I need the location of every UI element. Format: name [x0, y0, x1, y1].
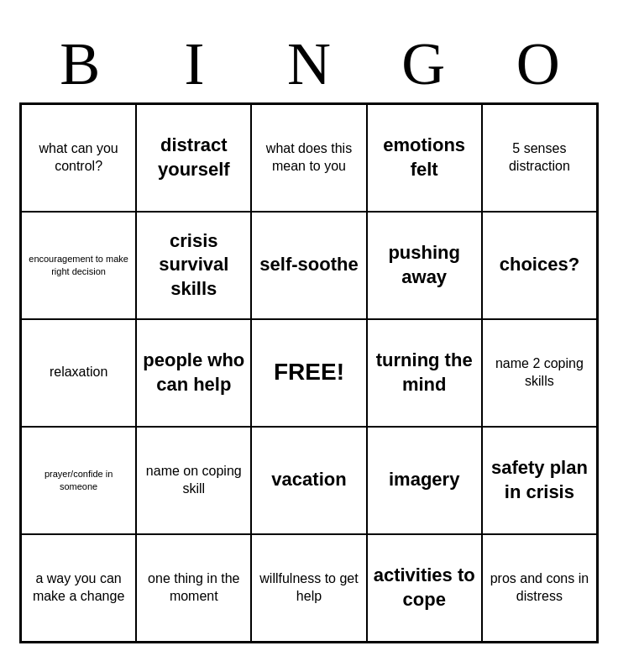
bingo-cell-17[interactable]: vacation [251, 427, 366, 534]
bingo-letter: O [484, 29, 593, 99]
bingo-cell-10[interactable]: relaxation [21, 319, 136, 427]
bingo-header: BINGO [19, 29, 599, 99]
bingo-cell-7[interactable]: self-soothe [251, 212, 366, 319]
bingo-cell-14[interactable]: name 2 coping skills [482, 319, 597, 427]
bingo-cell-16[interactable]: name on coping skill [136, 427, 251, 534]
bingo-cell-6[interactable]: crisis survival skills [136, 212, 251, 319]
bingo-cell-21[interactable]: one thing in the moment [136, 534, 251, 642]
bingo-letter: N [254, 29, 364, 99]
bingo-cell-24[interactable]: pros and cons in distress [482, 534, 597, 642]
bingo-letter: I [140, 29, 249, 99]
bingo-cell-11[interactable]: people who can help [136, 319, 251, 427]
bingo-cell-0[interactable]: what can you control? [21, 104, 136, 212]
bingo-cell-4[interactable]: 5 senses distraction [482, 104, 597, 212]
bingo-grid: what can you control?distract yourselfwh… [19, 102, 599, 643]
bingo-cell-18[interactable]: imagery [367, 427, 482, 534]
bingo-cell-8[interactable]: pushing away [367, 212, 482, 319]
bingo-cell-15[interactable]: prayer/confide in someone [21, 427, 136, 534]
bingo-cell-2[interactable]: what does this mean to you [251, 104, 366, 212]
bingo-cell-1[interactable]: distract yourself [136, 104, 251, 212]
bingo-letter: B [25, 29, 134, 99]
bingo-cell-19[interactable]: safety plan in crisis [482, 427, 597, 534]
bingo-cell-23[interactable]: activities to cope [367, 534, 482, 642]
bingo-cell-22[interactable]: willfulness to get help [251, 534, 366, 642]
bingo-cell-20[interactable]: a way you can make a change [21, 534, 136, 642]
bingo-cell-3[interactable]: emotions felt [367, 104, 482, 212]
bingo-cell-13[interactable]: turning the mind [367, 319, 482, 427]
bingo-card: BINGO what can you control?distract your… [11, 21, 607, 652]
bingo-cell-5[interactable]: encouragement to make right decision [21, 212, 136, 319]
bingo-cell-12[interactable]: FREE! [251, 319, 366, 427]
bingo-cell-9[interactable]: choices? [482, 212, 597, 319]
bingo-letter: G [369, 29, 478, 99]
